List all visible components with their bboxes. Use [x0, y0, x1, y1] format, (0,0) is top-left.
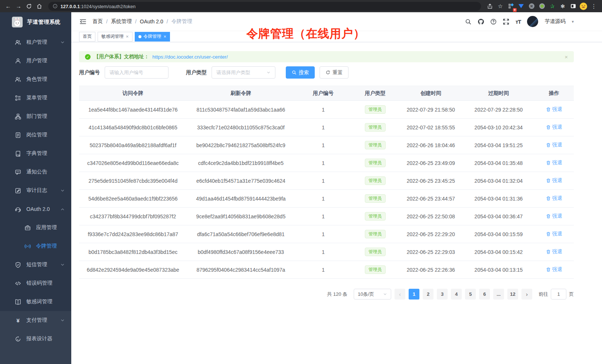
- prev-page-button[interactable]: ‹: [395, 289, 405, 300]
- bookmark-star-icon[interactable]: ☆: [496, 2, 505, 11]
- browser-menu-icon[interactable]: ⋮: [589, 2, 598, 11]
- goto-page-input[interactable]: 1: [551, 289, 566, 300]
- force-logout-button[interactable]: 强退: [546, 248, 562, 255]
- page-button-12[interactable]: 12: [507, 289, 518, 300]
- page-button-5[interactable]: 5: [465, 289, 476, 300]
- close-icon[interactable]: ×: [164, 34, 167, 39]
- github-icon[interactable]: [478, 19, 484, 25]
- extension-gem-icon[interactable]: [517, 2, 526, 11]
- user-id-input[interactable]: [109, 70, 164, 75]
- force-logout-button[interactable]: 强退: [546, 159, 562, 166]
- sidebar-item-menu[interactable]: 菜单管理: [0, 89, 71, 107]
- close-icon[interactable]: ×: [126, 34, 129, 39]
- browser-home-button[interactable]: [35, 2, 44, 11]
- extension-record-icon[interactable]: [537, 2, 546, 11]
- page-size-select[interactable]: 10条/页: [354, 289, 391, 300]
- user-type-cell: 管理员: [351, 119, 399, 136]
- tab-sensitive[interactable]: 敏感词管理×: [98, 32, 132, 42]
- search-button[interactable]: 搜索: [286, 66, 315, 79]
- user-id-field[interactable]: [105, 66, 169, 79]
- user-avatar[interactable]: [527, 16, 538, 27]
- sidebar-item-pay[interactable]: ¥支付管理: [0, 311, 71, 330]
- force-logout-button[interactable]: 强退: [546, 213, 562, 219]
- refresh-token-cell: cdfc4ce9c2da4bb1bdf21b9918ff4be5: [187, 154, 295, 172]
- access-token-cell: 502375b8040a469a9b82188afdf6af1f: [79, 136, 187, 154]
- sidebar-item-sensitive[interactable]: 敏感词管理: [0, 292, 71, 311]
- force-logout-button[interactable]: 强退: [546, 142, 562, 148]
- sidebar-menu-bottom: ¥支付管理报表设计器: [0, 311, 71, 364]
- column-header: 创建时间: [399, 86, 463, 101]
- sidebar-item-dept[interactable]: 部门管理: [0, 107, 71, 126]
- refresh-icon: [325, 70, 330, 75]
- page-button-6[interactable]: 6: [479, 289, 490, 300]
- page-button-1[interactable]: 1: [409, 289, 419, 300]
- search-icon[interactable]: [465, 19, 471, 25]
- table-row: 54d6be82ee5a460a9aedc1f9bf22365649d1aa46…: [79, 190, 574, 208]
- created-time-cell: 2022-06-25 22:29:20: [399, 225, 463, 243]
- force-logout-button[interactable]: 强退: [546, 195, 562, 202]
- browser-back-button[interactable]: ←: [4, 2, 13, 11]
- sidebar-menu: 租户管理用户管理角色管理菜单管理部门管理岗位管理字典管理通知公告审计日志OAut…: [0, 32, 71, 311]
- sidebar-item-label: 角色管理: [26, 76, 47, 83]
- help-icon[interactable]: [490, 19, 497, 25]
- notice-icon: [15, 169, 21, 175]
- page-button-2[interactable]: 2: [423, 289, 433, 300]
- breadcrumb-item[interactable]: 首页: [92, 18, 103, 25]
- sidebar-item-role[interactable]: 角色管理: [0, 70, 71, 89]
- sidebar-item-oauth2[interactable]: OAuth 2.0: [0, 200, 71, 218]
- site-info-icon[interactable]: [53, 4, 58, 9]
- user-name[interactable]: 芋道源码: [544, 18, 565, 25]
- force-logout-button[interactable]: 强退: [546, 231, 562, 237]
- extension-blocks-icon[interactable]: 9: [506, 2, 515, 11]
- sidebar-item-user[interactable]: 用户管理: [0, 52, 71, 70]
- sidebar-item-tenant[interactable]: 租户管理: [0, 33, 71, 52]
- token-icon: [24, 243, 31, 249]
- extension-flower-icon[interactable]: ✻: [558, 2, 567, 11]
- alert-doc-link[interactable]: https://doc.iocoder.cn/user-center/: [153, 54, 228, 60]
- force-logout-button[interactable]: 强退: [546, 266, 562, 273]
- share-icon[interactable]: [485, 2, 494, 11]
- sidebar-item-report[interactable]: 报表设计器: [0, 330, 71, 348]
- breadcrumb-item[interactable]: OAuth 2.0: [140, 19, 163, 24]
- tab-home[interactable]: 首页: [79, 32, 95, 42]
- force-logout-button[interactable]: 强退: [546, 177, 562, 184]
- sidebar-item-oauth2-token[interactable]: 令牌管理: [0, 237, 71, 255]
- force-logout-button[interactable]: 强退: [546, 124, 562, 130]
- browser-reload-button[interactable]: [24, 2, 33, 11]
- tab-token[interactable]: 令牌管理×: [135, 32, 170, 42]
- user-type-label: 用户类型: [186, 69, 207, 76]
- sidebar-item-label: 审计日志: [26, 187, 47, 194]
- alert-close-icon[interactable]: ×: [565, 54, 568, 60]
- sidebar-item-dict[interactable]: 字典管理: [0, 144, 71, 163]
- user-type-select[interactable]: 请选择用户类型: [212, 66, 275, 79]
- extension-star-icon[interactable]: ✰: [548, 2, 557, 11]
- next-page-button[interactable]: ›: [521, 289, 532, 300]
- extension-command-icon[interactable]: ⌘: [527, 2, 536, 11]
- sidebar-collapse-icon[interactable]: [79, 18, 86, 25]
- reset-button[interactable]: 重置: [320, 66, 349, 79]
- sidebar-item-sms[interactable]: 短信管理: [0, 255, 71, 274]
- page-ellipsis[interactable]: ...: [493, 289, 504, 300]
- page-button-3[interactable]: 3: [437, 289, 448, 300]
- sidebar-item-audit-log[interactable]: 审计日志: [0, 181, 71, 200]
- chevron-down-icon[interactable]: ▾: [572, 19, 574, 24]
- font-size-icon[interactable]: тT: [516, 19, 521, 25]
- action-cell: 强退: [534, 208, 574, 225]
- filter-form: 用户编号 用户类型 请选择用户类型 搜索 重置: [79, 66, 574, 79]
- force-logout-button[interactable]: 强退: [546, 106, 562, 113]
- expire-time-cell: 2054-03-04 00:36:47: [463, 208, 534, 225]
- app-logo-row[interactable]: 芋道管理系统: [0, 12, 71, 32]
- sidebar-item-oauth2-app[interactable]: 应用管理: [0, 218, 71, 237]
- sidebar-item-notice[interactable]: 通知公告: [0, 163, 71, 181]
- sidebar-item-post[interactable]: 岗位管理: [0, 126, 71, 144]
- browser-forward-button[interactable]: →: [14, 2, 23, 11]
- side-panel-icon[interactable]: [569, 2, 578, 11]
- user-type-badge: 管理员: [365, 248, 386, 256]
- profile-avatar-icon[interactable]: [579, 2, 588, 11]
- breadcrumb-item[interactable]: 系统管理: [111, 18, 132, 25]
- page-button-4[interactable]: 4: [451, 289, 462, 300]
- address-bar[interactable]: 127.0.0.1:1024/system/oauth2/token: [48, 2, 481, 11]
- sidebar-item-errcode[interactable]: 错误码管理: [0, 274, 71, 292]
- fullscreen-icon[interactable]: [503, 19, 509, 25]
- sidebar-item-label: 菜单管理: [26, 95, 47, 101]
